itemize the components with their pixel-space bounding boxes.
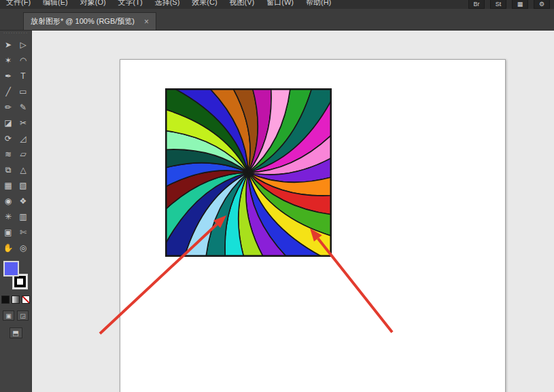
fill-swatch[interactable] bbox=[3, 261, 19, 277]
color-button[interactable] bbox=[1, 296, 10, 304]
none-button[interactable] bbox=[22, 296, 30, 304]
menu-item-1[interactable]: 编辑(E) bbox=[37, 0, 74, 7]
menu-item-5[interactable]: 效果(C) bbox=[186, 0, 223, 7]
pencil-tool[interactable]: ✎ bbox=[16, 99, 31, 115]
stroke-swatch-inner bbox=[14, 276, 26, 287]
artwork-svg bbox=[165, 88, 332, 257]
pen-tool[interactable]: ✒ bbox=[1, 68, 16, 84]
radial-swirl-artwork[interactable] bbox=[165, 88, 332, 257]
tools-panel: ·········· ➤▷✶◠✒T╱▭✏✎◪✂⟳◿≋▱⧉△▦▧◉❖✳▥▣✄✋◎ … bbox=[0, 30, 32, 392]
artboard-tool[interactable]: ▣ bbox=[1, 224, 16, 240]
gradient-tool[interactable]: ▧ bbox=[16, 177, 31, 193]
close-icon[interactable]: × bbox=[144, 17, 149, 26]
menu-item-7[interactable]: 窗口(W) bbox=[260, 0, 300, 7]
hand-tool[interactable]: ✋ bbox=[1, 240, 16, 255]
header-icons: BrSt▦⚙ bbox=[468, 0, 550, 9]
scale-tool[interactable]: ◿ bbox=[16, 130, 31, 146]
line-segment-tool[interactable]: ╱ bbox=[1, 84, 16, 99]
free-transform-tool[interactable]: ▱ bbox=[16, 146, 31, 162]
screen-mode-icon[interactable]: ⬒ bbox=[10, 327, 22, 338]
menu-bar: 文件(F)编辑(E)对象(O)文字(T)选择(S)效果(C)视图(V)窗口(W)… bbox=[0, 0, 554, 9]
type-tool[interactable]: T bbox=[16, 68, 31, 84]
workspace-gear-icon[interactable]: ⚙ bbox=[534, 0, 550, 9]
rotate-tool[interactable]: ⟳ bbox=[1, 130, 16, 146]
pasteboard[interactable] bbox=[31, 30, 554, 392]
document-tab-title: 放射图形* @ 100% (RGB/预览) bbox=[31, 16, 135, 26]
arrange-documents-icon[interactable]: ▦ bbox=[512, 0, 528, 9]
document-tab-bar: 放射图形* @ 100% (RGB/预览) × bbox=[0, 9, 554, 31]
shape-builder-tool[interactable]: ⧉ bbox=[1, 162, 16, 177]
slice-tool[interactable]: ✄ bbox=[16, 224, 31, 240]
eyedropper-tool[interactable]: ◉ bbox=[1, 193, 16, 209]
menu-item-6[interactable]: 视图(V) bbox=[224, 0, 261, 7]
draw-normal-mode-icon[interactable]: ▣ bbox=[3, 310, 14, 321]
menu-item-2[interactable]: 对象(O) bbox=[74, 0, 112, 7]
mesh-tool[interactable]: ▦ bbox=[1, 177, 16, 193]
gradient-button[interactable] bbox=[12, 296, 20, 304]
perspective-grid-tool[interactable]: △ bbox=[16, 162, 31, 177]
magic-wand-tool[interactable]: ✶ bbox=[1, 52, 16, 68]
zoom-tool[interactable]: ◎ bbox=[16, 240, 31, 255]
paint-style-row bbox=[1, 296, 30, 304]
symbol-sprayer-tool[interactable]: ✳ bbox=[1, 209, 16, 224]
scissors-tool[interactable]: ✂ bbox=[16, 115, 31, 130]
column-graph-tool[interactable]: ▥ bbox=[16, 209, 31, 224]
menu-item-8[interactable]: 帮助(H) bbox=[300, 0, 337, 7]
selection-tool[interactable]: ➤ bbox=[1, 37, 16, 52]
paintbrush-tool[interactable]: ✏ bbox=[1, 99, 16, 115]
eraser-tool[interactable]: ◪ bbox=[1, 115, 16, 130]
stock-icon[interactable]: St bbox=[490, 0, 506, 9]
menu-item-3[interactable]: 文字(T) bbox=[112, 0, 149, 7]
menu-items: 文件(F)编辑(E)对象(O)文字(T)选择(S)效果(C)视图(V)窗口(W)… bbox=[0, 0, 337, 7]
rectangle-tool[interactable]: ▭ bbox=[16, 84, 31, 99]
blend-tool[interactable]: ❖ bbox=[16, 193, 31, 209]
menu-item-4[interactable]: 选择(S) bbox=[149, 0, 186, 7]
document-tab[interactable]: 放射图形* @ 100% (RGB/预览) × bbox=[23, 12, 156, 30]
tool-grid: ➤▷✶◠✒T╱▭✏✎◪✂⟳◿≋▱⧉△▦▧◉❖✳▥▣✄✋◎ bbox=[1, 37, 31, 255]
fill-stroke-control bbox=[3, 261, 29, 289]
menu-item-0[interactable]: 文件(F) bbox=[0, 0, 37, 7]
lasso-tool[interactable]: ◠ bbox=[16, 52, 31, 68]
toolbar-grip[interactable]: ·········· bbox=[3, 31, 29, 35]
bridge-icon[interactable]: Br bbox=[468, 0, 485, 9]
width-tool[interactable]: ≋ bbox=[1, 146, 16, 162]
drawing-mode-row: ▣ ◲ bbox=[3, 310, 29, 321]
direct-selection-tool[interactable]: ▷ bbox=[16, 37, 31, 52]
draw-behind-mode-icon[interactable]: ◲ bbox=[17, 310, 29, 321]
